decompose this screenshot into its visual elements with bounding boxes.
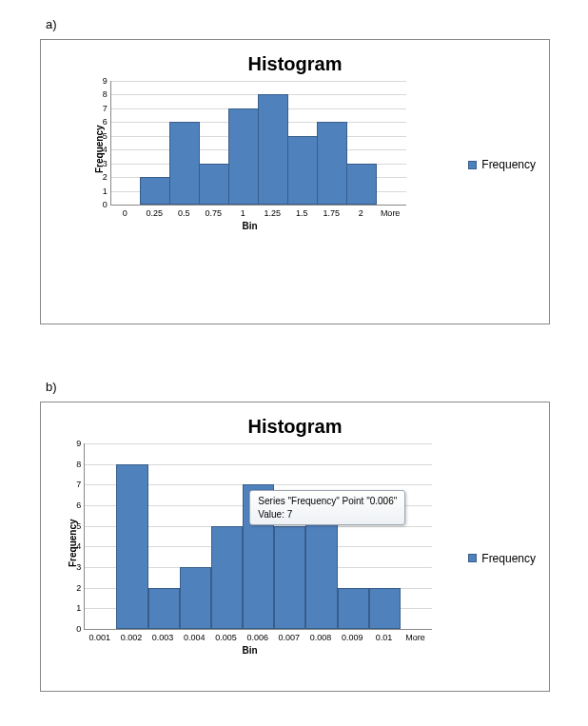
- bar-cell: [243, 443, 274, 629]
- ytick-label: 5: [103, 131, 108, 140]
- bar[interactable]: [148, 588, 180, 629]
- chart-a-title: Histogram: [41, 53, 549, 75]
- xtick-label: 0.01: [368, 633, 400, 642]
- chart-a-xaxis: 00.250.50.7511.251.51.752More: [110, 206, 405, 218]
- chart-a: Histogram Frequency 9876543210 00.250.50…: [40, 39, 550, 324]
- bar[interactable]: [369, 588, 401, 629]
- bar-cell: [111, 81, 141, 205]
- bar-cell: [141, 81, 170, 205]
- xtick-label: 1.75: [317, 208, 346, 218]
- bar-cell: [274, 443, 305, 629]
- ytick-label: 9: [103, 77, 108, 86]
- bar-cell: [401, 443, 432, 629]
- section-label-b: b): [46, 380, 588, 394]
- bar[interactable]: [317, 122, 347, 205]
- xtick-label: 0.75: [199, 208, 228, 218]
- chart-b-title: Histogram: [41, 416, 549, 438]
- chart-a-plot: [110, 81, 406, 206]
- ytick-label: 3: [103, 159, 108, 167]
- bar-cell: [369, 443, 401, 629]
- xtick-label: 0.006: [242, 633, 273, 642]
- bar-cell: [148, 443, 180, 629]
- bar[interactable]: [338, 588, 369, 629]
- bar[interactable]: [258, 94, 288, 205]
- xtick-label: 0: [110, 208, 140, 218]
- bar[interactable]: [228, 108, 259, 205]
- xtick-label: 0.008: [304, 633, 336, 642]
- chart-b-xlabel: Bin: [243, 645, 258, 656]
- xtick-label: More: [400, 633, 431, 642]
- bar-cell: [116, 443, 147, 629]
- bar-cell: [259, 81, 288, 205]
- tooltip: Series "Frequency" Point "0.006" Value: …: [249, 490, 405, 525]
- bar[interactable]: [211, 526, 243, 629]
- ytick-label: 2: [103, 173, 108, 182]
- chart-b-plot: [84, 443, 432, 630]
- bar-cell: [288, 81, 318, 205]
- ytick-label: 8: [103, 90, 108, 99]
- bar-cell: [85, 443, 116, 629]
- bar[interactable]: [346, 164, 377, 205]
- tooltip-line1: Series "Frequency" Point "0.006": [258, 495, 397, 508]
- bar-cell: [338, 443, 369, 629]
- bar[interactable]: [169, 122, 200, 205]
- legend-swatch-icon: [468, 161, 477, 169]
- bar-cell: [180, 443, 211, 629]
- bar-cell: [377, 81, 406, 205]
- ytick-label: 1: [76, 604, 81, 613]
- ytick-label: 1: [103, 186, 108, 195]
- xtick-label: 1.25: [258, 208, 287, 218]
- tooltip-line2: Value: 7: [258, 508, 397, 521]
- legend-swatch-icon: [468, 554, 477, 562]
- xtick-label: 1.5: [287, 208, 317, 218]
- ytick-label: 0: [103, 200, 108, 208]
- bar-cell: [200, 81, 229, 205]
- xtick-label: More: [376, 208, 405, 218]
- chart-a-legend-label: Frequency: [481, 158, 536, 171]
- bar[interactable]: [140, 177, 170, 205]
- bar-cell: [170, 81, 200, 205]
- chart-a-legend: Frequency: [451, 158, 549, 171]
- section-label-a: a): [46, 17, 588, 31]
- chart-b: Histogram Frequency 9876543210 0.0010.00…: [40, 402, 550, 692]
- xtick-label: 0.25: [140, 208, 169, 218]
- bar[interactable]: [116, 464, 147, 629]
- bar-cell: [229, 81, 259, 205]
- xtick-label: 0.003: [147, 633, 179, 642]
- xtick-label: 0.5: [169, 208, 199, 218]
- chart-b-xaxis: 0.0010.0020.0030.0040.0050.0060.0070.008…: [84, 630, 431, 642]
- ytick-label: 8: [76, 460, 81, 468]
- bar-cell: [318, 81, 347, 205]
- chart-b-legend-label: Frequency: [481, 552, 536, 565]
- xtick-label: 0.001: [84, 633, 115, 642]
- bar-cell: [347, 81, 377, 205]
- ytick-label: 9: [76, 440, 81, 448]
- bar[interactable]: [199, 164, 229, 205]
- ytick-label: 2: [76, 583, 81, 592]
- ytick-label: 5: [76, 521, 81, 530]
- xtick-label: 1: [228, 208, 258, 218]
- xtick-label: 2: [346, 208, 376, 218]
- xtick-label: 0.004: [179, 633, 210, 642]
- xtick-label: 0.007: [273, 633, 304, 642]
- ytick-label: 4: [103, 146, 108, 154]
- ytick-label: 6: [103, 118, 108, 127]
- bar[interactable]: [180, 567, 211, 629]
- chart-b-legend: Frequency: [451, 552, 549, 565]
- ytick-label: 7: [76, 481, 81, 489]
- bar[interactable]: [287, 136, 318, 205]
- bar-cell: [305, 443, 337, 629]
- ytick-label: 0: [76, 624, 81, 633]
- bar[interactable]: [274, 526, 305, 629]
- xtick-label: 0.009: [337, 633, 368, 642]
- ytick-label: 4: [76, 542, 81, 551]
- bar-cell: [211, 443, 243, 629]
- ytick-label: 3: [76, 562, 81, 571]
- xtick-label: 0.002: [115, 633, 147, 642]
- ytick-label: 6: [76, 500, 81, 509]
- xtick-label: 0.005: [210, 633, 242, 642]
- ytick-label: 7: [103, 104, 108, 112]
- chart-a-xlabel: Bin: [243, 221, 258, 231]
